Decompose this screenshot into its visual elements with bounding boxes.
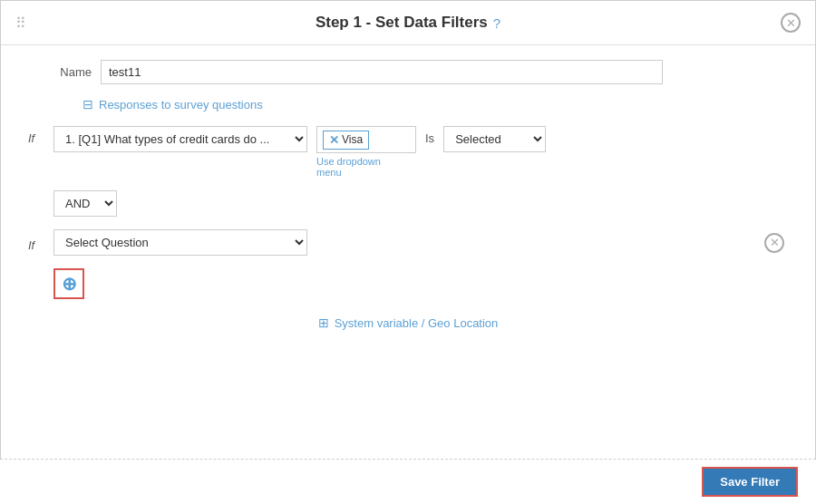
remove-filter-button[interactable]: ✕ (764, 233, 784, 253)
tag-area: ✕ Visa Use dropdownmenu (316, 126, 416, 178)
help-icon[interactable]: ? (493, 15, 500, 31)
dialog-title: Step 1 - Set Data Filters (316, 14, 488, 32)
dialog-footer: Save Filter (0, 459, 816, 504)
dialog-header: ⠿ Step 1 - Set Data Filters ? ✕ (1, 1, 815, 45)
save-filter-button[interactable]: Save Filter (702, 467, 798, 497)
filter-row-2: If Select Question ✕ (28, 229, 788, 256)
add-filter-button[interactable]: ⊕ (53, 268, 84, 299)
system-section-toggle[interactable]: ⊞ System variable / Geo Location (28, 315, 788, 330)
filter-row-1: If 1. [Q1] What types of credit cards do… (28, 126, 788, 178)
if-label-2: If (28, 233, 44, 252)
and-row: AND OR (53, 190, 788, 217)
dialog-body: Name ⊟ Responses to survey questions If … (1, 45, 815, 450)
and-select[interactable]: AND OR (53, 190, 117, 217)
name-input[interactable] (101, 60, 663, 84)
system-section-label: System variable / Geo Location (335, 316, 499, 330)
responses-section-toggle[interactable]: ⊟ Responses to survey questions (83, 97, 788, 111)
question-select-2[interactable]: Select Question (53, 229, 307, 256)
name-label: Name (28, 65, 101, 79)
collapse-icon: ⊟ (83, 97, 93, 111)
add-icon: ⊕ (62, 275, 77, 293)
dropdown-hint[interactable]: Use dropdownmenu (316, 156, 381, 178)
name-row: Name (28, 60, 788, 84)
condition-select[interactable]: Selected Not Selected (443, 126, 546, 152)
tag-remove-icon[interactable]: ✕ (329, 133, 339, 147)
is-label: Is (425, 126, 434, 145)
expand-icon: ⊞ (318, 315, 329, 330)
question-select-1[interactable]: 1. [Q1] What types of credit cards do ..… (53, 126, 307, 152)
close-button[interactable]: ✕ (781, 13, 801, 33)
responses-section-label: Responses to survey questions (99, 98, 263, 111)
tag-box[interactable]: ✕ Visa (316, 126, 416, 153)
visa-tag: ✕ Visa (323, 131, 369, 150)
if-label-1: If (28, 126, 44, 145)
drag-handle-icon[interactable]: ⠿ (15, 15, 26, 32)
tag-label: Visa (342, 133, 363, 146)
